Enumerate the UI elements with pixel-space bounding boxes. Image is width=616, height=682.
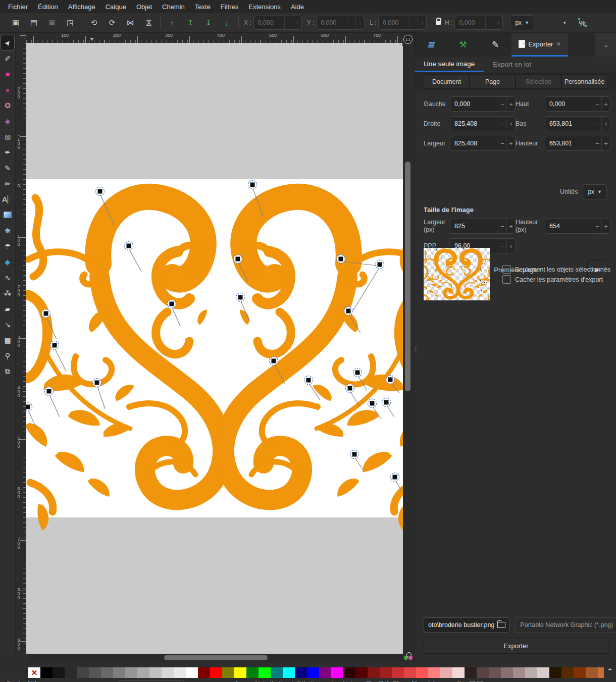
area-button-page[interactable]: Page xyxy=(470,74,516,89)
spin-plus-icon[interactable]: + xyxy=(506,117,515,131)
zoom-1-1-button[interactable]: 1:1 xyxy=(402,33,414,46)
flip-horizontal-icon[interactable]: ⋈ xyxy=(125,18,136,27)
calligraphy-tool[interactable]: ✏ xyxy=(1,176,14,191)
menu-objet[interactable]: Objet xyxy=(131,1,157,13)
preferences-dialog-icon[interactable]: ⚒ xyxy=(447,33,479,57)
color-swatch[interactable] xyxy=(343,667,355,678)
dropper-tool[interactable]: ☂ xyxy=(1,239,14,253)
pages-tool[interactable]: ⧉ xyxy=(1,364,14,379)
vertical-scrollbar-thumb[interactable] xyxy=(405,162,410,391)
pen-tool[interactable]: ✒ xyxy=(1,145,14,160)
rotate-cw-icon[interactable]: ⟳ xyxy=(107,18,118,27)
color-swatch[interactable] xyxy=(525,667,537,678)
coord-field-droite[interactable]: 825,408−+ xyxy=(450,116,516,131)
spin-plus-icon[interactable]: + xyxy=(601,97,610,111)
spray-tool[interactable]: ⁂ xyxy=(1,286,14,300)
color-swatch[interactable] xyxy=(198,667,210,678)
spin-minus-icon[interactable]: − xyxy=(498,136,506,150)
vertical-scrollbar[interactable] xyxy=(403,46,413,654)
select-all-icon[interactable]: ▣ xyxy=(10,18,21,27)
spin-plus-icon[interactable]: + xyxy=(506,239,515,253)
lock-ratio-icon[interactable] xyxy=(436,21,441,25)
toolbar-x-field[interactable]: 0,000−+ xyxy=(253,16,302,30)
color-swatch[interactable] xyxy=(307,667,319,678)
area-button-selection[interactable]: Sélection xyxy=(516,74,561,89)
menu-edition[interactable]: Édition xyxy=(33,1,63,13)
raise-icon[interactable]: ↥ xyxy=(185,18,196,27)
spin-minus-icon[interactable]: − xyxy=(347,16,355,29)
spin-minus-icon[interactable]: − xyxy=(284,16,293,29)
color-swatch[interactable] xyxy=(174,667,186,678)
spin-minus-icon[interactable]: − xyxy=(593,117,601,131)
color-palette[interactable]: ✕ xyxy=(28,667,604,679)
rectangle-tool[interactable]: ■ xyxy=(1,67,14,81)
color-management-icon[interactable] xyxy=(403,652,414,662)
color-swatch[interactable] xyxy=(53,667,65,678)
rotate-ccw-icon[interactable]: ⟲ xyxy=(88,18,99,27)
snap-toggle-icon[interactable]: % xyxy=(579,19,586,27)
color-swatch[interactable] xyxy=(513,667,525,678)
spiral-tool[interactable]: ◎ xyxy=(1,129,14,144)
star-tool[interactable]: ✪ xyxy=(1,98,14,113)
fill-stroke-dialog-icon[interactable]: ✎ xyxy=(479,33,511,57)
color-swatch[interactable] xyxy=(489,667,501,678)
toolbar-y-field[interactable]: 0,000−+ xyxy=(316,16,365,30)
color-swatch[interactable] xyxy=(561,667,574,678)
color-swatch[interactable] xyxy=(259,667,271,678)
toolbar-unit-dropdown[interactable]: px ▼ xyxy=(510,15,534,30)
menu-texte[interactable]: Texte xyxy=(190,1,216,13)
gradient-tool[interactable] xyxy=(1,207,14,222)
lower-icon[interactable]: ↧ xyxy=(203,18,214,27)
zoom-tool[interactable]: ⚲ xyxy=(1,348,14,363)
color-swatch[interactable] xyxy=(416,667,428,678)
palette-scroll-up-icon[interactable]: ⌃ xyxy=(605,667,615,678)
spin-plus-icon[interactable]: + xyxy=(601,117,610,131)
spin-minus-icon[interactable]: − xyxy=(593,97,601,111)
color-swatch[interactable] xyxy=(598,667,604,678)
paint-bucket-tool[interactable]: ◆ xyxy=(1,254,14,269)
color-swatch[interactable] xyxy=(549,667,561,678)
checkbox-icon[interactable] xyxy=(502,275,511,284)
spin-plus-icon[interactable]: + xyxy=(506,136,515,150)
menu-chemin[interactable]: Chemin xyxy=(157,1,190,13)
pencil-tool[interactable]: ✎ xyxy=(1,161,14,175)
color-swatch[interactable] xyxy=(77,667,89,678)
eraser-tool[interactable]: ▰ xyxy=(1,301,14,316)
toolbar-overflow-chevron-icon[interactable]: ▾ xyxy=(563,20,566,25)
spin-plus-icon[interactable]: + xyxy=(355,16,364,29)
color-swatch[interactable] xyxy=(331,667,343,678)
color-swatch[interactable] xyxy=(137,667,149,678)
color-swatch[interactable] xyxy=(380,667,392,678)
measure-tool[interactable]: ▤ xyxy=(1,333,14,347)
swatch-none[interactable]: ✕ xyxy=(28,667,40,678)
color-swatch[interactable] xyxy=(574,667,586,678)
color-swatch[interactable] xyxy=(113,667,125,678)
folder-open-icon[interactable] xyxy=(497,622,505,628)
selector-tool[interactable]: ➤ xyxy=(1,35,14,50)
color-swatch[interactable] xyxy=(246,667,259,678)
node-tool[interactable]: ✐ xyxy=(1,51,14,66)
connector-tool[interactable]: ↘ xyxy=(1,317,14,332)
menu-aide[interactable]: Aide xyxy=(286,1,309,13)
layers-dialog-icon[interactable]: ≣ xyxy=(415,33,447,57)
color-swatch[interactable] xyxy=(428,667,440,678)
selection-box-icon[interactable]: ◳ xyxy=(65,18,76,27)
flip-vertical-icon[interactable]: ⋈ xyxy=(143,18,154,27)
coord-field-haut[interactable]: 0,000−+ xyxy=(545,96,610,112)
deselect-icon[interactable]: ▣ xyxy=(46,18,58,27)
units-dropdown[interactable]: px ▼ xyxy=(583,184,607,199)
toolbar-l-field[interactable]: 0,000−+ xyxy=(378,16,427,30)
menu-fichier[interactable]: Fichier xyxy=(3,1,33,13)
spin-plus-icon[interactable]: + xyxy=(506,97,515,111)
coord-field-gauche[interactable]: 0,000−+ xyxy=(450,96,516,112)
export-filename-input[interactable]: oto\broderie bustier.png xyxy=(424,617,510,633)
checkbox-icon[interactable] xyxy=(502,265,511,274)
area-button-document[interactable]: Document xyxy=(424,74,470,89)
color-swatch[interactable] xyxy=(234,667,246,678)
color-swatch[interactable] xyxy=(89,667,101,678)
color-swatch[interactable] xyxy=(283,667,295,678)
spin-plus-icon[interactable]: + xyxy=(601,219,610,233)
spin-minus-icon[interactable]: − xyxy=(593,136,601,150)
raise-to-top-icon[interactable]: ↑ xyxy=(167,19,178,27)
menu-filtres[interactable]: Filtres xyxy=(216,1,243,13)
